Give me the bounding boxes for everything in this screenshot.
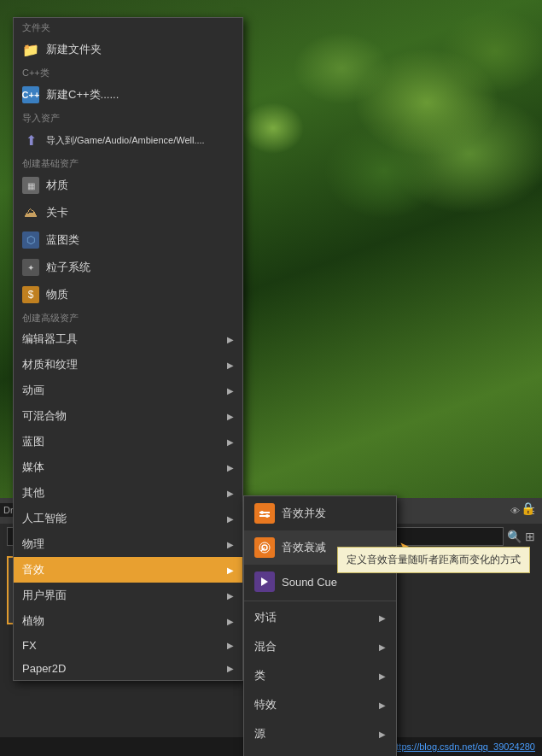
menu-item-label: 粒子系统	[46, 260, 90, 275]
tooltip: 定义音效音量随听者距离而变化的方式	[337, 547, 530, 573]
audio-submenu: 音效并发 音效衰减 ➤ Sound Cue 对话 ▶ 混合 ▶ 类	[243, 495, 397, 756]
submenu-item-class[interactable]: 类 ▶	[244, 661, 396, 690]
menu-item-physics[interactable]: 物理 ▶	[14, 531, 242, 557]
submenu-item-sound-mix[interactable]: 音效并发	[244, 496, 396, 530]
submenu-divider	[244, 601, 396, 601]
menu-item-new-cpp[interactable]: C++ 新建C++类......	[14, 81, 242, 108]
menu-item-import[interactable]: ⬆ 导入到/Game/Audio/Ambience/Well....	[14, 126, 242, 154]
submenu-item-special[interactable]: 特效 ▶	[244, 690, 396, 719]
menu-item-media[interactable]: 媒体 ▶	[14, 454, 242, 480]
arrow-icon: ▶	[227, 540, 234, 549]
arrow-icon: ▶	[379, 700, 386, 710]
arrow-icon: ▶	[227, 566, 234, 575]
menu-item-label: 媒体	[22, 460, 44, 475]
menu-item-label: 音效	[22, 562, 44, 577]
menu-item-label: 蓝图	[22, 434, 44, 449]
search-icon: 🔍	[507, 530, 522, 543]
menu-item-blueprint-class[interactable]: ⬡ 蓝图类	[14, 226, 242, 254]
cpp-icon: C++	[22, 86, 39, 103]
lock-icon: 🔒	[521, 501, 535, 515]
menu-item-ai[interactable]: 人工智能 ▶	[14, 506, 242, 531]
arrow-icon: ▶	[227, 463, 234, 472]
menu-item-label: 关卡	[46, 205, 68, 220]
sound-attenuation-icon	[254, 537, 275, 558]
section-label-advanced: 创建高级资产	[14, 308, 242, 326]
menu-item-label: 新建文件夹	[46, 42, 102, 57]
material-icon: ▦	[22, 177, 39, 194]
submenu-item-label: 混合	[254, 639, 277, 654]
eye-icon: 👁	[510, 506, 520, 516]
level-icon: ⛰	[22, 204, 39, 221]
arrow-icon: ▶	[227, 335, 234, 344]
physics-icon: $	[22, 286, 39, 303]
menu-item-label: 蓝图类	[46, 232, 79, 248]
menu-item-label: 其他	[22, 485, 44, 501]
menu-item-label: 新建C++类......	[46, 87, 119, 103]
arrow-icon: ▶	[227, 412, 234, 421]
submenu-item-label: 音效并发	[282, 506, 326, 521]
submenu-item-mix[interactable]: 混合 ▶	[244, 632, 396, 661]
filter-icon: ⊞	[525, 530, 535, 543]
submenu-item-label: Sound Cue	[282, 576, 337, 589]
menu-item-physics-material[interactable]: $ 物质	[14, 281, 242, 308]
csdn-link[interactable]: https://blog.csdn.net/qq_39024280	[391, 741, 535, 752]
menu-item-label: 导入到/Game/Audio/Ambience/Well....	[46, 134, 205, 147]
arrow-icon: ▶	[227, 360, 234, 370]
submenu-item-label: 类	[254, 668, 265, 683]
section-label-import: 导入资产	[14, 108, 242, 126]
menu-item-animation[interactable]: 动画 ▶	[14, 378, 242, 403]
submenu-item-dialog[interactable]: 对话 ▶	[244, 603, 396, 632]
menu-item-blueprint[interactable]: 蓝图 ▶	[14, 429, 242, 454]
menu-item-label: FX	[22, 639, 37, 652]
menu-item-level[interactable]: ⛰ 关卡	[14, 199, 242, 226]
arrow-icon: ▶	[227, 617, 234, 626]
arrow-icon: ▶	[379, 613, 386, 623]
menu-item-audio[interactable]: 音效 ▶	[14, 557, 242, 583]
menu-item-foliage[interactable]: 植物 ▶	[14, 608, 242, 634]
arrow-icon: ▶	[227, 437, 234, 447]
submenu-item-composite[interactable]: 综合 ▶	[244, 748, 396, 756]
menu-item-blendable[interactable]: 可混合物 ▶	[14, 403, 242, 429]
arrow-icon: ▶	[379, 730, 386, 739]
main-context-menu: 文件夹 📁 新建文件夹 C++类 C++ 新建C++类...... 导入资产 ⬆…	[13, 17, 243, 681]
menu-item-label: 材质和纹理	[22, 357, 78, 372]
folder-icon: 📁	[22, 41, 39, 58]
arrow-icon: ▶	[227, 514, 234, 524]
submenu-item-label: 音效衰减	[282, 540, 326, 555]
menu-item-label: 植物	[22, 613, 44, 629]
menu-item-label: 编辑器工具	[22, 331, 78, 347]
menu-item-label: 物理	[22, 536, 44, 552]
arrow-icon: ▶	[379, 642, 386, 652]
menu-item-new-folder[interactable]: 📁 新建文件夹	[14, 36, 242, 63]
svg-point-2	[260, 511, 264, 514]
tooltip-text: 定义音效音量随听者距离而变化的方式	[347, 554, 521, 566]
submenu-item-label: 特效	[254, 697, 277, 712]
arrow-icon: ▶	[227, 386, 234, 396]
arrow-icon: ▶	[227, 664, 234, 673]
menu-item-label: 可混合物	[22, 408, 67, 424]
menu-item-label: 动画	[22, 383, 44, 398]
sound-mix-icon	[254, 503, 275, 524]
arrow-icon: ▶	[227, 489, 234, 498]
particle-icon: ✦	[22, 259, 39, 276]
submenu-item-label: 对话	[254, 610, 277, 625]
menu-item-material[interactable]: ▦ 材质	[14, 172, 242, 199]
submenu-item-label: 源	[254, 726, 265, 741]
menu-item-label: 物质	[46, 287, 68, 302]
menu-item-label: 用户界面	[22, 588, 67, 603]
menu-item-editor-tools[interactable]: 编辑器工具 ▶	[14, 326, 242, 352]
menu-item-label: 材质	[46, 178, 68, 193]
menu-item-paper2d[interactable]: Paper2D ▶	[14, 657, 242, 680]
arrow-icon: ▶	[227, 591, 234, 601]
menu-item-fx[interactable]: FX ▶	[14, 634, 242, 657]
section-label-folder: 文件夹	[14, 18, 242, 36]
svg-marker-7	[261, 577, 268, 586]
submenu-item-source[interactable]: 源 ▶	[244, 719, 396, 748]
section-label-basic: 创建基础资产	[14, 154, 242, 172]
menu-item-ui[interactable]: 用户界面 ▶	[14, 583, 242, 608]
menu-item-material-texture[interactable]: 材质和纹理 ▶	[14, 352, 242, 378]
import-icon: ⬆	[22, 132, 39, 149]
menu-item-particle[interactable]: ✦ 粒子系统	[14, 254, 242, 281]
menu-item-other[interactable]: 其他 ▶	[14, 480, 242, 506]
svg-point-3	[265, 514, 269, 518]
